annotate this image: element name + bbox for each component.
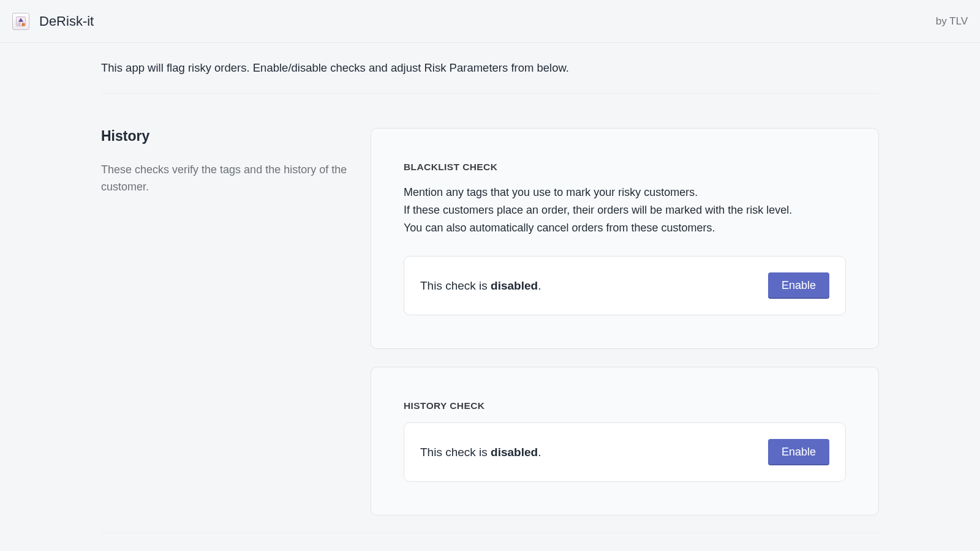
status-suffix: . <box>538 279 541 292</box>
blacklist-card-title: BLACKLIST CHECK <box>404 162 846 173</box>
section-main: BLACKLIST CHECK Mention any tags that yo… <box>371 128 879 515</box>
status-prefix: This check is <box>420 279 491 292</box>
app-title: DeRisk-it <box>39 13 94 29</box>
section-side: History These checks verify the tags and… <box>101 128 358 515</box>
history-enable-button[interactable]: Enable <box>768 439 829 465</box>
history-section: History These checks verify the tags and… <box>101 128 879 515</box>
blacklist-status-row: This check is disabled. Enable <box>404 256 846 315</box>
page-content: This app will flag risky orders. Enable/… <box>101 43 879 533</box>
app-logo-icon <box>15 15 27 28</box>
byline: by TLV <box>936 15 968 28</box>
blacklist-desc-line2: If these customers place an order, their… <box>404 204 792 216</box>
blacklist-enable-button[interactable]: Enable <box>768 272 829 299</box>
history-status-text: This check is disabled. <box>420 446 541 459</box>
header-left: DeRisk-it <box>12 13 94 30</box>
status-prefix: This check is <box>420 446 491 459</box>
app-header: DeRisk-it by TLV <box>0 0 980 43</box>
status-value: disabled <box>491 279 538 292</box>
status-suffix: . <box>538 446 541 459</box>
history-check-card: HISTORY CHECK This check is disabled. En… <box>371 367 879 515</box>
app-icon <box>12 13 29 30</box>
intro-text: This app will flag risky orders. Enable/… <box>101 61 879 94</box>
blacklist-status-text: This check is disabled. <box>420 279 541 293</box>
svg-rect-3 <box>17 23 21 23</box>
blacklist-desc-line1: Mention any tags that you use to mark yo… <box>404 186 698 198</box>
svg-rect-4 <box>17 24 21 25</box>
section-description: These checks verify the tags and the his… <box>101 162 358 196</box>
blacklist-card-description: Mention any tags that you use to mark yo… <box>404 184 846 236</box>
section-divider <box>101 533 879 533</box>
svg-point-2 <box>22 23 25 26</box>
section-title: History <box>101 128 358 144</box>
status-value: disabled <box>491 446 538 459</box>
history-card-title: HISTORY CHECK <box>404 400 846 411</box>
blacklist-check-card: BLACKLIST CHECK Mention any tags that yo… <box>371 128 879 349</box>
blacklist-desc-line3: You can also automatically cancel orders… <box>404 222 715 234</box>
history-status-row: This check is disabled. Enable <box>404 422 846 482</box>
